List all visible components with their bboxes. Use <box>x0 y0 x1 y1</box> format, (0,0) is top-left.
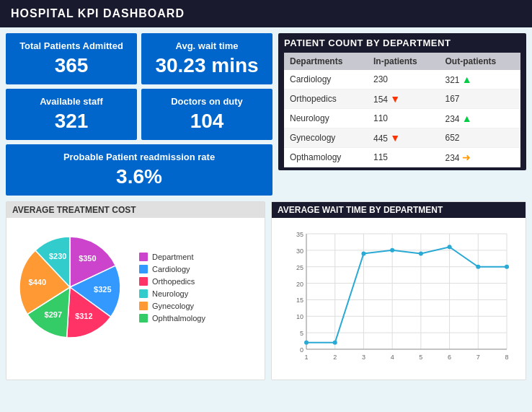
wait-time-title: AVERAGE WAIT TIME BY DEPARTMENT <box>272 202 526 218</box>
doctors-on-duty-card: Doctors on duty 104 <box>141 89 272 140</box>
legend-item: Gynecology <box>139 302 205 310</box>
available-staff-label: Available staff <box>14 96 128 107</box>
total-patients-card: Total Patients Admitted 365 <box>6 33 137 84</box>
patient-count-table: Departments In-patients Out-patients Car… <box>284 53 520 167</box>
in-patients-cell: 115 <box>368 148 440 167</box>
pie-label: $297 <box>45 310 62 319</box>
x-label: 3 <box>362 354 365 361</box>
main-content: Total Patients Admitted 365 Avg. wait ti… <box>0 27 532 201</box>
pie-container: $350$325$312$297$440$230 DepartmentCardi… <box>12 224 259 351</box>
col-dept: Departments <box>284 53 368 70</box>
out-patients-cell: 321 ▲ <box>440 70 521 89</box>
line-chart-path <box>306 247 507 343</box>
table-row: Cardiology 230 321 ▲ <box>284 70 520 89</box>
y-label: 5 <box>300 330 303 337</box>
out-patients-cell: 167 <box>440 89 521 109</box>
legend-label: Neurology <box>152 289 188 298</box>
legend-item: Orthopedics <box>139 277 205 286</box>
in-patients-cell: 110 <box>368 109 440 128</box>
y-label: 15 <box>296 297 303 304</box>
pie-label: $312 <box>75 312 92 320</box>
x-label: 1 <box>304 354 308 361</box>
data-point <box>333 341 337 345</box>
legend-item: Department <box>139 253 205 261</box>
legend-label: Gynecology <box>152 302 194 310</box>
doctors-on-duty-value: 104 <box>150 110 264 133</box>
table-row: Orthopedics 154 ▼ 167 <box>284 89 520 109</box>
total-patients-value: 365 <box>14 54 128 77</box>
total-patients-label: Total Patients Admitted <box>14 40 128 51</box>
down-arrow: ▼ <box>390 93 400 105</box>
available-staff-card: Available staff 321 <box>6 89 137 140</box>
y-label: 35 <box>296 231 303 238</box>
legend-color <box>139 277 148 286</box>
legend-label: Cardiology <box>152 265 190 273</box>
table-header-row: Departments In-patients Out-patients <box>284 53 520 70</box>
dept-name: Orthopedics <box>284 89 368 109</box>
data-point <box>419 251 423 255</box>
up-arrow: ▲ <box>462 113 472 124</box>
pie-label: $440 <box>29 278 46 286</box>
table-row: Opthamology 115 234 ➜ <box>284 148 520 167</box>
left-kpi-panel: Total Patients Admitted 365 Avg. wait ti… <box>6 33 272 196</box>
patient-count-title: PATIENT COUNT BY DEPARTMENT <box>284 38 520 48</box>
right-arrow: ➜ <box>462 152 471 163</box>
legend-label: Ophthalmology <box>152 314 205 323</box>
in-patients-cell: 230 <box>368 70 440 89</box>
legend-color <box>139 302 148 310</box>
wait-time-panel: AVERAGE WAIT TIME BY DEPARTMENT 05101520… <box>271 201 526 380</box>
down-arrow: ▼ <box>390 132 400 144</box>
legend-item: Neurology <box>139 289 205 298</box>
legend-label: Department <box>152 253 193 261</box>
line-chart: 0510152025303512345678 <box>278 227 520 371</box>
legend-color <box>139 314 148 323</box>
in-patients-cell: 445 ▼ <box>368 128 440 148</box>
table-row: Gynecology 445 ▼ 652 <box>284 128 520 148</box>
dept-name: Neurology <box>284 109 368 128</box>
in-patients-cell: 154 ▼ <box>368 89 440 109</box>
available-staff-value: 321 <box>14 110 128 133</box>
table-row: Neurology 110 234 ▲ <box>284 109 520 128</box>
doctors-on-duty-label: Doctors on duty <box>150 96 264 107</box>
avg-wait-card: Avg. wait time 30.23 mins <box>141 33 272 84</box>
legend-item: Ophthalmology <box>139 314 205 323</box>
treatment-cost-title: AVERAGE TREATMENT COST <box>6 202 265 218</box>
x-label: 5 <box>419 354 422 361</box>
data-point <box>361 251 365 255</box>
pie-label: $230 <box>49 252 66 260</box>
x-label: 2 <box>333 354 337 361</box>
up-arrow: ▲ <box>462 74 472 85</box>
data-point <box>304 341 309 345</box>
y-label: 20 <box>296 281 303 288</box>
legend-item: Cardiology <box>139 265 205 273</box>
dashboard-header: HOSPITAL KPI DASHBOARD <box>0 0 532 27</box>
pie-label: $350 <box>79 254 96 263</box>
y-label: 30 <box>296 247 303 255</box>
line-chart-container: 0510152025303512345678 <box>278 224 520 374</box>
dept-name: Gynecology <box>284 128 368 148</box>
bottom-content: AVERAGE TREATMENT COST $350$325$312$297$… <box>0 201 532 386</box>
out-patients-cell: 652 <box>440 128 521 148</box>
dashboard-title: HOSPITAL KPI DASHBOARD <box>11 7 185 19</box>
kpi-row-2: Available staff 321 Doctors on duty 104 <box>6 89 272 140</box>
data-point <box>505 265 509 269</box>
data-point <box>448 245 452 249</box>
legend-label: Orthopedics <box>152 277 195 286</box>
dept-name: Opthamology <box>284 148 368 167</box>
pie-legend: DepartmentCardiologyOrthopedicsNeurology… <box>139 253 205 323</box>
dept-name: Cardiology <box>284 70 368 89</box>
readmission-value: 3.6% <box>14 165 264 188</box>
legend-color <box>139 289 148 298</box>
out-patients-cell: 234 ▲ <box>440 109 521 128</box>
x-label: 6 <box>448 354 451 361</box>
data-point <box>390 248 394 253</box>
pie-chart: $350$325$312$297$440$230 <box>12 229 128 345</box>
treatment-cost-panel: AVERAGE TREATMENT COST $350$325$312$297$… <box>6 201 265 380</box>
legend-color <box>139 253 148 261</box>
right-panel: PATIENT COUNT BY DEPARTMENT Departments … <box>278 33 526 196</box>
avg-wait-value: 30.23 mins <box>150 54 264 77</box>
avg-wait-label: Avg. wait time <box>150 40 264 51</box>
col-in: In-patients <box>368 53 440 70</box>
pie-label: $325 <box>94 285 111 294</box>
out-patients-cell: 234 ➜ <box>440 148 521 167</box>
